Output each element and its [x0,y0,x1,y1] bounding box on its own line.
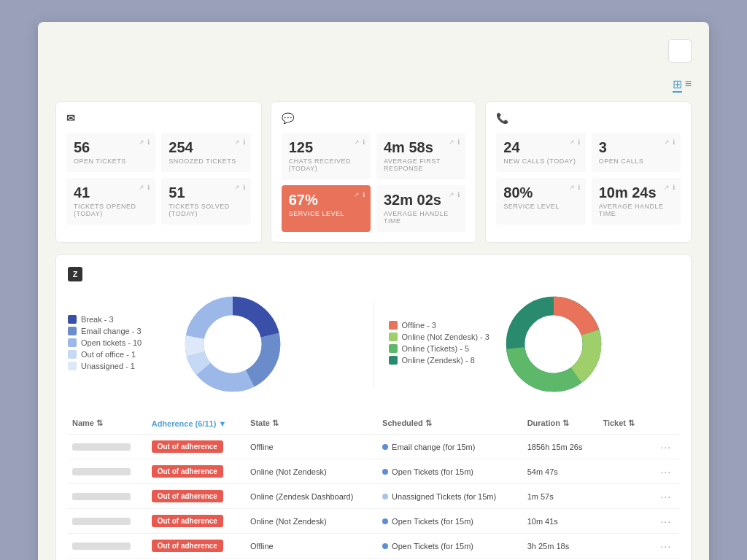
info-icon[interactable]: ℹ [578,184,580,191]
cell-name [68,509,147,534]
cell-scheduled: Open Tickets (for 15m) [378,459,523,484]
col-state[interactable]: State ⇅ [246,413,378,435]
chats-received-label: CHATS RECEIVED (TODAY) [289,158,363,172]
avg-handle-time-chat-value: 32m 02s [384,192,458,207]
email-icon: ✉ [66,112,75,124]
chat-panel: 💬 ↗ℹ 125 CHATS RECEIVED (TODAY) ↗ℹ 4m 58… [271,101,477,243]
info-icon[interactable]: ℹ [578,139,580,146]
info-icon[interactable]: ℹ [243,139,245,146]
email-panel: ✉ ↗ℹ 56 OPEN TICKETS ↗ℹ 254 SNOOZED TICK… [55,101,262,243]
cell-state: Offline [246,534,378,559]
cell-more: ··· [656,435,679,459]
info-icon[interactable]: ℹ [363,191,365,198]
cell-state: Online (Zendesk Dashboard) [246,484,378,509]
col-name[interactable]: Name ⇅ [68,413,147,435]
info-icon[interactable]: ℹ [363,139,365,146]
expand-icon[interactable]: ↗ [664,139,670,146]
cell-ticket [598,534,656,559]
cell-state: Online (Not Zendesk) [246,459,378,484]
expand-icon[interactable]: ↗ [139,184,144,191]
expand-icon[interactable]: ↗ [569,139,575,146]
tickets-solved-label: TICKETS SOLVED (TODAY) [169,203,243,217]
cell-ticket [598,435,656,459]
legend-item-online-not-zendesk: Online (Not Zendesk) - 3 [389,332,491,341]
cell-state: Online (Not Zendesk) [246,509,378,534]
metric-avg-handle-time-phone: ↗ℹ 10m 24s AVERAGE HANDLE TIME [592,178,681,225]
cell-ticket [598,459,656,484]
zendesk-header: Z [68,267,679,281]
info-icon[interactable]: ℹ [457,191,460,198]
cell-adherence: Out of adherence [147,509,246,534]
expand-icon[interactable]: ↗ [354,139,360,146]
page-header [55,39,692,63]
cell-more: ··· [656,459,679,484]
info-icon[interactable]: ℹ [673,139,675,146]
new-calls-value: 24 [503,140,578,155]
table-row: Out of adherence Offline Email change (f… [68,435,679,459]
more-button[interactable]: ··· [660,491,671,502]
list-view-button[interactable]: ≡ [685,77,692,93]
phone-panel: 📞 ↗ℹ 24 NEW CALLS (TODAY) ↗ℹ 3 OPEN CALL… [485,101,692,243]
svg-point-5 [209,320,256,368]
zendesk-panel: Z Break - 3 Email change - 3 [55,254,692,560]
tickets-opened-label: TICKETS OPENED (TODAY) [74,203,148,217]
metric-avg-handle-time-chat: ↗ℹ 32m 02s AVERAGE HANDLE TIME [376,185,465,232]
col-adherence[interactable]: Adherence (6/11) ▼ [147,413,246,435]
expand-icon[interactable]: ↗ [664,184,670,191]
metric-open-calls: ↗ℹ 3 OPEN CALLS [592,133,681,172]
cell-adherence: Out of adherence [147,459,246,484]
grid-view-button[interactable]: ⊞ [673,77,682,93]
chart-divider [374,300,374,388]
expand-icon[interactable]: ↗ [234,139,240,146]
cell-duration: 1m 57s [523,484,599,509]
expand-icon[interactable]: ↗ [569,184,575,191]
col-scheduled[interactable]: Scheduled ⇅ [378,413,523,435]
col-duration[interactable]: Duration ⇅ [523,413,599,435]
more-button[interactable]: ··· [660,516,671,527]
metric-new-calls: ↗ℹ 24 NEW CALLS (TODAY) [496,133,585,172]
avg-handle-time-phone-value: 10m 24s [599,185,673,200]
avg-handle-time-phone-label: AVERAGE HANDLE TIME [599,203,673,217]
info-icon[interactable]: ℹ [243,184,245,191]
expand-icon[interactable]: ↗ [139,139,144,146]
table-row: Out of adherence Online (Zendesk Dashboa… [68,484,679,509]
cell-more: ··· [656,509,679,534]
cell-more: ··· [656,534,679,559]
info-icon[interactable]: ℹ [673,184,675,191]
cell-scheduled: Open Tickets (for 15m) [378,534,523,559]
more-button[interactable]: ··· [660,540,671,552]
chat-panel-header: 💬 [282,112,466,124]
tickets-opened-value: 41 [74,185,148,200]
view-toggle: ⊞ ≡ [55,77,692,93]
info-icon[interactable]: ℹ [147,184,150,191]
cell-scheduled: Email change (for 15m) [378,435,523,459]
chat-icon: 💬 [282,112,294,124]
expand-icon[interactable]: ↗ [449,139,454,146]
metric-snoozed-tickets: ↗ℹ 254 SNOOZED TICKETS [161,133,250,172]
expand-icon[interactable]: ↗ [354,191,360,198]
col-ticket[interactable]: Ticket ⇅ [598,413,656,435]
chat-metrics-grid: ↗ℹ 125 CHATS RECEIVED (TODAY) ↗ℹ 4m 58s … [282,133,466,232]
service-level-phone-label: SERVICE LEVEL [503,203,578,210]
cell-name [68,459,147,484]
info-icon[interactable]: ℹ [457,139,460,146]
more-button[interactable]: ··· [660,466,671,478]
metric-service-level-chat: ↗ℹ 67% SERVICE LEVEL [282,185,371,232]
table-row: Out of adherence Online (Not Zendesk) Op… [68,509,679,534]
avg-first-response-value: 4m 58s [384,140,458,155]
email-metrics-grid: ↗ℹ 56 OPEN TICKETS ↗ℹ 254 SNOOZED TICKET… [66,133,251,225]
open-calls-label: OPEN CALLS [599,158,673,165]
avg-handle-time-chat-label: AVERAGE HANDLE TIME [384,210,458,225]
col-actions [656,413,679,435]
expand-icon[interactable]: ↗ [449,191,454,198]
info-icon[interactable]: ℹ [147,139,150,146]
service-level-chat-label: SERVICE LEVEL [289,210,363,217]
more-button[interactable]: ··· [660,441,671,453]
legend-item-online-zendesk: Online (Zendesk) - 8 [389,356,491,365]
zendesk-icon: Z [68,267,82,281]
settings-button[interactable] [668,39,692,63]
expand-icon[interactable]: ↗ [234,184,240,191]
new-calls-label: NEW CALLS (TODAY) [503,158,578,165]
table-body: Out of adherence Offline Email change (f… [68,435,679,561]
cell-scheduled: Unassigned Tickets (for 15m) [378,484,523,509]
